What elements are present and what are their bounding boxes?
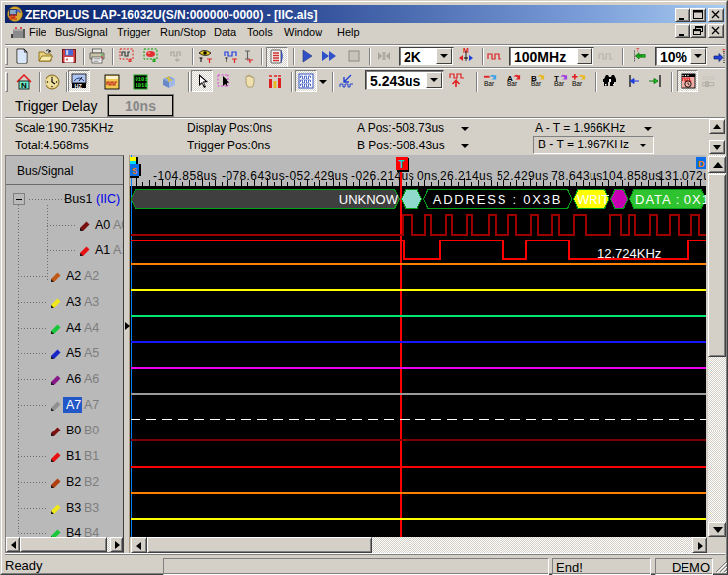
svg-text:Bar: Bar bbox=[572, 80, 583, 87]
svg-text:UNKNOW: UNKNOW bbox=[339, 192, 399, 207]
svg-text:0ns: 0ns bbox=[417, 169, 438, 183]
svg-text:HZ: HZ bbox=[75, 83, 83, 89]
svg-text:Bar: Bar bbox=[554, 80, 565, 87]
svg-text:52.429us: 52.429us bbox=[497, 169, 549, 183]
svg-text:78.643us: 78.643us bbox=[551, 169, 603, 183]
svg-text:S: S bbox=[132, 166, 137, 176]
svg-text:BUS: BUS bbox=[703, 75, 716, 81]
svg-text:26.214us: 26.214us bbox=[440, 169, 493, 183]
svg-text:1010: 1010 bbox=[136, 82, 148, 89]
svg-text:-078.643us: -078.643us bbox=[222, 169, 285, 183]
svg-text:DATA : 0X13: DATA : 0X13 bbox=[635, 192, 706, 207]
svg-text:-104.858us: -104.858us bbox=[153, 169, 217, 183]
svg-text:-052.429us: -052.429us bbox=[285, 169, 348, 183]
svg-text:T: T bbox=[399, 159, 405, 170]
svg-text:N: N bbox=[21, 81, 27, 90]
svg-text:104.858us: 104.858us bbox=[602, 169, 662, 183]
svg-text:12.724KHz: 12.724KHz bbox=[597, 246, 661, 261]
svg-text:T: T bbox=[636, 48, 640, 53]
svg-text:ADDRESS : 0X3B: ADDRESS : 0X3B bbox=[433, 192, 563, 207]
svg-text:Bar: Bar bbox=[507, 80, 518, 87]
svg-text:Bar: Bar bbox=[484, 80, 495, 87]
svg-text:131.072us: 131.072us bbox=[658, 169, 706, 183]
svg-text:D: D bbox=[698, 159, 705, 169]
svg-text:Bar: Bar bbox=[531, 80, 542, 87]
